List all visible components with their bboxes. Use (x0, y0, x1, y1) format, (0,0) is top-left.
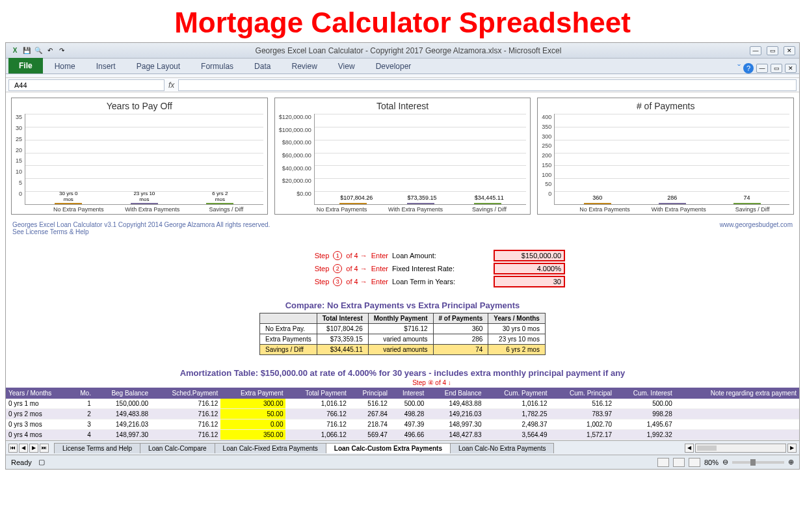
amort-row: 0 yrs 4 mos4148,997.30716.12350.001,066.… (6, 430, 799, 440)
extra-payment-cell[interactable]: 0.00 (220, 419, 285, 430)
step4-label: Step ④ of 4 ↓ (64, 379, 799, 386)
amort-header: Cum. Payment (484, 388, 549, 399)
website-link[interactable]: www.georgesbudget.com (720, 221, 793, 235)
step-input-1[interactable] (494, 250, 565, 261)
step-input-2[interactable] (494, 263, 565, 274)
amort-row: 0 yrs 2 mos2149,483.88716.1250.00766.122… (6, 409, 799, 419)
find-icon[interactable]: 🔍 (33, 46, 44, 56)
save-icon[interactable]: 💾 (21, 46, 32, 56)
amort-header: Mo. (72, 388, 94, 399)
status-ready: Ready (11, 459, 32, 466)
zoom-out-button[interactable]: ⊖ (722, 458, 728, 466)
zoom-in-button[interactable]: ⊕ (788, 458, 794, 466)
compare-header: Years / Months (488, 313, 546, 324)
file-tab[interactable]: File (8, 58, 43, 73)
chart-2[interactable]: # of Payments 400350300250200150100500 3… (537, 98, 794, 215)
compare-header: Total Interest (317, 313, 368, 324)
minimize-button[interactable]: — (750, 46, 761, 55)
window-title: Georges Excel Loan Calculator - Copyrigh… (67, 46, 750, 55)
amort-header: Beg Balance (94, 388, 151, 399)
ribbon-tab-data[interactable]: Data (245, 59, 280, 73)
ribbon-dropdown-icon[interactable]: ˇ (737, 63, 741, 73)
amort-row: 0 yrs 1 mo1150,000.00716.12300.001,016.1… (6, 399, 799, 409)
fx-label[interactable]: fx (168, 81, 174, 90)
ribbon-tab-formulas[interactable]: Formulas (192, 59, 243, 73)
amort-header: Sched.Payment (151, 388, 220, 399)
ribbon-tab-view[interactable]: View (329, 59, 364, 73)
extra-payment-cell[interactable]: 300.00 (220, 399, 285, 409)
amort-header: Total Payment (285, 388, 349, 399)
step-input-3[interactable] (494, 276, 565, 287)
tab-next-button[interactable]: ▶ (29, 444, 38, 453)
page-heading: Mortgage Calculator Spreadsheet (0, 0, 805, 42)
doc-minimize-button[interactable]: — (756, 64, 768, 73)
bar-0: 360 (564, 203, 631, 204)
extra-payment-cell[interactable]: 50.00 (220, 409, 285, 419)
tab-last-button[interactable]: ⏭ (40, 444, 49, 453)
sheet-tabs-bar: ⏮ ◀ ▶ ⏭ License Terms and HelpLoan Calc-… (6, 440, 799, 455)
license-link[interactable]: See License Terms & Help (12, 228, 270, 235)
sheet-tab[interactable]: License Terms and Help (54, 443, 140, 453)
ribbon-tab-insert[interactable]: Insert (87, 59, 125, 73)
horizontal-scrollbar[interactable] (695, 444, 786, 453)
zoom-percent[interactable]: 80% (704, 459, 719, 466)
tab-prev-button[interactable]: ◀ (19, 444, 28, 453)
close-button[interactable]: ✕ (784, 46, 795, 55)
titlebar: X 💾 🔍 ↶ ↷ Georges Excel Loan Calculator … (6, 43, 799, 59)
compare-title: Compare: No Extra Payments vs Extra Prin… (6, 300, 799, 310)
view-break-button[interactable] (689, 458, 700, 467)
bar-0: 30 yrs 0 mos (34, 203, 103, 204)
sheet-tab[interactable]: Loan Calc-Compare (140, 443, 215, 453)
bar-2: 6 yrs 2 mos (186, 203, 254, 204)
chart-0[interactable]: Years to Pay Off 35302520151050 30 yrs 0… (11, 98, 268, 215)
ribbon-tab-review[interactable]: Review (282, 59, 326, 73)
amort-header: Cum. Interest (614, 388, 675, 399)
ribbon-tabs: File Home Insert Page Layout Formulas Da… (6, 59, 799, 74)
amort-header: Interest (390, 388, 427, 399)
ribbon-tab-developer[interactable]: Developer (367, 59, 421, 73)
compare-row: Savings / Diff$34,445.11varied amounts74… (260, 345, 546, 355)
amortization-table: Years / MonthsMo.Beg BalanceSched.Paymen… (6, 388, 799, 440)
extra-payment-cell[interactable]: 350.00 (220, 430, 285, 440)
bar-1: $73,359.15 (390, 203, 451, 204)
redo-icon[interactable]: ↷ (57, 46, 67, 56)
amort-header: End Balance (427, 388, 484, 399)
compare-header: Monthly Payment (368, 313, 433, 324)
doc-restore-button[interactable]: ▭ (771, 64, 782, 73)
compare-row: Extra Payments$73,359.15varied amounts28… (260, 334, 546, 345)
sheet-tab[interactable]: Loan Calc-No Extra Payments (450, 443, 555, 453)
formula-bar[interactable] (178, 79, 797, 91)
amort-header: Years / Months (6, 388, 72, 399)
undo-icon[interactable]: ↶ (45, 46, 55, 56)
excel-icon[interactable]: X (10, 46, 20, 56)
chart-title: Total Interest (279, 101, 527, 111)
compare-row: No Extra Pay.$107,804.26$716.1236030 yrs… (260, 324, 546, 334)
tab-first-button[interactable]: ⏮ (8, 444, 18, 453)
view-layout-button[interactable] (673, 458, 685, 467)
zoom-slider[interactable] (732, 461, 784, 464)
amort-header: Principal (349, 388, 390, 399)
sheet-tab[interactable]: Loan Calc-Fixed Extra Payments (215, 443, 326, 453)
hscroll-right[interactable]: ▶ (787, 444, 797, 453)
record-macro-icon[interactable]: ▢ (38, 458, 45, 466)
compare-header: # of Payments (433, 313, 488, 324)
compare-table: Total InterestMonthly Payment# of Paymen… (259, 313, 546, 355)
view-normal-button[interactable] (657, 458, 669, 467)
compare-header (260, 313, 317, 324)
chart-1[interactable]: Total Interest $120,000.00$100,000.00$80… (274, 98, 531, 215)
chart-title: Years to Pay Off (16, 101, 263, 111)
amort-header: Extra Payment (220, 388, 285, 399)
ribbon-tab-home[interactable]: Home (46, 59, 85, 73)
maximize-button[interactable]: ▭ (767, 46, 778, 55)
name-box[interactable] (8, 79, 165, 91)
sheet-tab[interactable]: Loan Calc-Custom Extra Payments (326, 443, 451, 453)
ribbon-tab-pagelayout[interactable]: Page Layout (127, 59, 189, 73)
bar-1: 23 yrs 10 mos (110, 203, 178, 204)
amort-title: Amortization Table: $150,000.00 at rate … (6, 368, 799, 378)
copyright-text: Georges Excel Loan Calculator v3.1 Copyr… (12, 221, 270, 228)
doc-close-button[interactable]: ✕ (785, 64, 797, 73)
excel-window: X 💾 🔍 ↶ ↷ Georges Excel Loan Calculator … (5, 42, 800, 470)
chart-title: # of Payments (542, 101, 789, 111)
help-icon[interactable]: ? (743, 63, 754, 73)
hscroll-left[interactable]: ◀ (685, 444, 694, 453)
